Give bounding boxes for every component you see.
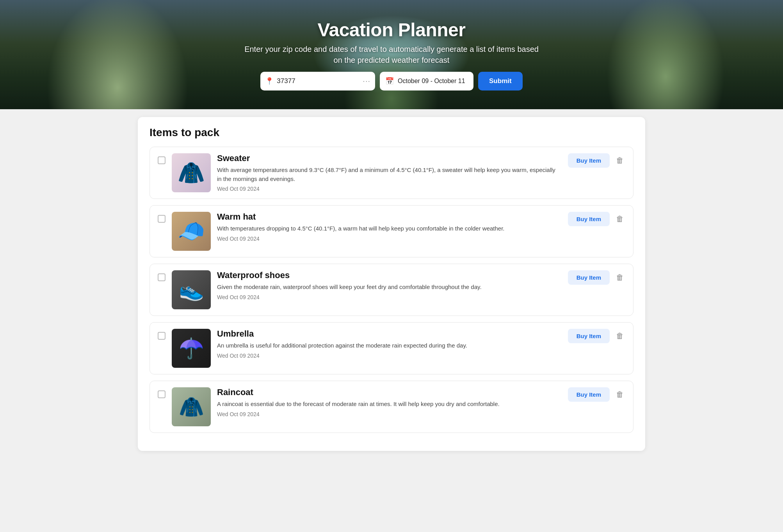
zip-input[interactable] — [277, 77, 359, 85]
item-date: Wed Oct 09 2024 — [217, 236, 562, 242]
item-card: 🧥 Sweater With average temperatures arou… — [149, 147, 634, 199]
item-name: Sweater — [217, 153, 562, 163]
item-actions: Buy Item 🗑 — [568, 153, 625, 168]
hero-text: Vacation Planner Enter your zip code and… — [239, 19, 544, 66]
item-image-raincoat: 🧥 — [172, 387, 211, 426]
item-actions: Buy Item 🗑 — [568, 387, 625, 402]
item-body-umbrella: Umbrella An umbrella is useful for addit… — [217, 329, 562, 359]
item-date: Wed Oct 09 2024 — [217, 353, 562, 359]
buy-item-button[interactable]: Buy Item — [568, 270, 610, 285]
item-image-waterproof-shoes: 👟 — [172, 270, 211, 309]
items-list: 🧥 Sweater With average temperatures arou… — [149, 147, 634, 433]
main-container: Items to pack 🧥 Sweater With average tem… — [138, 117, 645, 451]
item-checkbox-umbrella[interactable] — [158, 332, 165, 340]
date-input-wrapper[interactable]: 📅 October 09 - October 11 — [380, 72, 473, 90]
location-icon: 📍 — [265, 77, 274, 85]
item-body-waterproof-shoes: Waterproof shoes Given the moderate rain… — [217, 270, 562, 300]
buy-item-button[interactable]: Buy Item — [568, 387, 610, 402]
item-date: Wed Oct 09 2024 — [217, 294, 562, 300]
item-date: Wed Oct 09 2024 — [217, 186, 562, 192]
item-name: Raincoat — [217, 387, 562, 397]
item-actions: Buy Item 🗑 — [568, 270, 625, 285]
item-body-raincoat: Raincoat A raincoat is essential due to … — [217, 387, 562, 417]
item-checkbox-sweater[interactable] — [158, 156, 165, 164]
item-description: With average temperatures around 9.3°C (… — [217, 166, 562, 183]
section-title: Items to pack — [149, 126, 634, 139]
hero-subtitle: Enter your zip code and dates of travel … — [239, 44, 544, 66]
item-description: An umbrella is useful for additional pro… — [217, 341, 562, 350]
delete-item-button[interactable]: 🗑 — [614, 330, 625, 342]
item-description: With temperatures dropping to 4.5°C (40.… — [217, 224, 562, 233]
buy-item-button[interactable]: Buy Item — [568, 153, 610, 168]
item-card: 🧢 Warm hat With temperatures dropping to… — [149, 205, 634, 257]
delete-item-button[interactable]: 🗑 — [614, 388, 625, 401]
item-actions: Buy Item 🗑 — [568, 212, 625, 226]
delete-item-button[interactable]: 🗑 — [614, 154, 625, 167]
item-description: A raincoat is essential due to the forec… — [217, 400, 562, 409]
item-body-sweater: Sweater With average temperatures around… — [217, 153, 562, 192]
delete-item-button[interactable]: 🗑 — [614, 213, 625, 225]
item-date: Wed Oct 09 2024 — [217, 411, 562, 417]
item-checkbox-waterproof-shoes[interactable] — [158, 273, 165, 281]
item-image-warm-hat: 🧢 — [172, 212, 211, 251]
hero-title: Vacation Planner — [239, 19, 544, 41]
item-card: 👟 Waterproof shoes Given the moderate ra… — [149, 264, 634, 316]
item-card: 🧥 Raincoat A raincoat is essential due t… — [149, 381, 634, 433]
hero-controls: 📍 ··· 📅 October 09 - October 11 Submit — [260, 72, 522, 90]
buy-item-button[interactable]: Buy Item — [568, 212, 610, 226]
item-name: Warm hat — [217, 212, 562, 222]
calendar-icon: 📅 — [385, 77, 394, 85]
item-image-sweater: 🧥 — [172, 153, 211, 192]
item-actions: Buy Item 🗑 — [568, 329, 625, 343]
date-range-text: October 09 - October 11 — [398, 78, 465, 85]
item-image-umbrella: ☂️ — [172, 329, 211, 368]
item-checkbox-raincoat[interactable] — [158, 390, 165, 398]
item-name: Waterproof shoes — [217, 270, 562, 280]
delete-item-button[interactable]: 🗑 — [614, 271, 625, 284]
item-checkbox-warm-hat[interactable] — [158, 215, 165, 223]
item-body-warm-hat: Warm hat With temperatures dropping to 4… — [217, 212, 562, 242]
more-options-icon[interactable]: ··· — [363, 76, 370, 85]
hero-section: Vacation Planner Enter your zip code and… — [0, 0, 783, 109]
item-name: Umbrella — [217, 329, 562, 339]
item-card: ☂️ Umbrella An umbrella is useful for ad… — [149, 322, 634, 374]
buy-item-button[interactable]: Buy Item — [568, 329, 610, 343]
zip-input-wrapper: 📍 ··· — [260, 72, 375, 90]
submit-button[interactable]: Submit — [478, 72, 523, 90]
item-description: Given the moderate rain, waterproof shoe… — [217, 283, 562, 292]
